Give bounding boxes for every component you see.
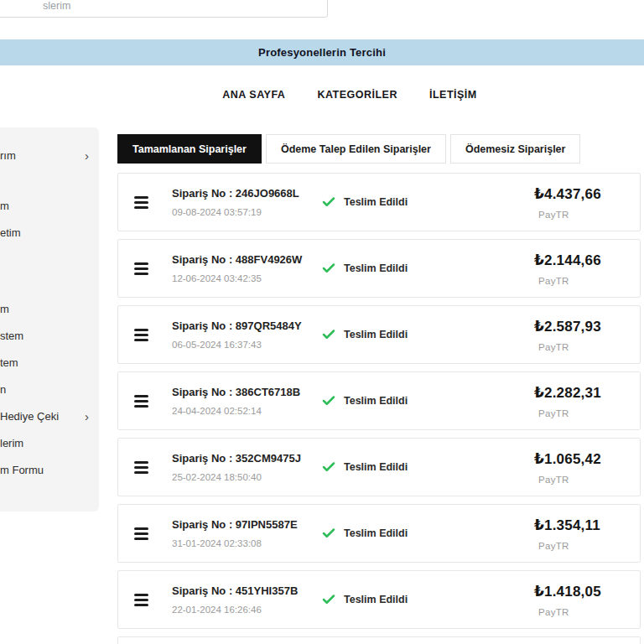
order-date: 06-05-2024 16:37:43 <box>172 340 321 350</box>
order-card[interactable]: Sipariş No : 97IPN5587E 31-01-2024 02:33… <box>117 504 641 563</box>
order-number: Sipariş No : 97IPN5587E <box>172 518 321 531</box>
order-amount: ₺1.418,05 <box>534 583 621 600</box>
nav-link[interactable]: İLETİŞİM <box>429 89 477 101</box>
promo-banner: Profesyonellerin Tercihi <box>0 39 644 65</box>
search-text: slerim <box>0 0 70 12</box>
order-info: Sipariş No : 352CM9475J 25-02-2024 18:50… <box>172 452 321 482</box>
order-number: Sipariş No : 246JO9668L <box>172 187 321 200</box>
order-date: 31-01-2024 02:33:08 <box>172 538 321 548</box>
order-status: Teslim Edildi <box>321 195 408 210</box>
order-card[interactable]: Sipariş No : 488FV4926W 12-06-2024 03:42… <box>117 239 641 298</box>
nav-link[interactable]: KATEGORİLER <box>317 89 397 101</box>
order-menu-icon[interactable] <box>134 329 148 341</box>
sidebar-item[interactable]: tem › <box>0 354 92 371</box>
check-icon <box>321 393 336 408</box>
order-menu-icon[interactable] <box>134 395 148 408</box>
order-status-label: Teslim Edildi <box>344 527 408 539</box>
sidebar-item-label: m <box>0 200 9 212</box>
order-card[interactable]: Sipariş No : 897QR5484Y 06-05-2024 16:37… <box>117 305 641 364</box>
order-date: 25-02-2024 18:50:40 <box>172 472 321 482</box>
order-info: Sipariş No : 246JO9668L 09-08-2024 03:57… <box>172 187 321 217</box>
content-area: rım › m › etim › m › <box>0 124 644 644</box>
order-status: Teslim Edildi <box>321 592 408 607</box>
order-status-label: Teslim Edildi <box>344 196 408 208</box>
check-icon <box>321 460 336 475</box>
sidebar-item[interactable]: m › <box>0 300 92 317</box>
topbar: slerim <box>0 0 644 39</box>
payment-method-label: PayTR <box>534 408 621 418</box>
sidebar-item[interactable]: etim › <box>0 224 92 241</box>
order-filter-tab[interactable]: Tamamlanan Siparişler <box>117 134 262 164</box>
order-status-label: Teslim Edildi <box>344 329 408 340</box>
order-amount: ₺2.587,93 <box>534 318 621 335</box>
order-number: Sipariş No : 897QR5484Y <box>172 319 321 332</box>
order-menu-icon[interactable] <box>134 262 148 275</box>
sidebar-item-label: Hediye Çeki <box>0 410 59 423</box>
search-input[interactable]: slerim <box>0 0 328 18</box>
order-menu-icon[interactable] <box>134 527 148 540</box>
sidebar: rım › m › etim › m › <box>0 127 99 512</box>
order-price-block: ₺1.418,05 PayTR <box>534 583 621 617</box>
sidebar-item-label: m <box>0 303 9 315</box>
check-icon <box>321 261 336 276</box>
sidebar-item[interactable]: m › <box>0 197 92 214</box>
sidebar-item[interactable]: n › <box>0 381 92 397</box>
order-price-block: ₺4.437,66 PayTR <box>534 185 621 220</box>
order-filter-tab[interactable]: Ödemesiz Siparişler <box>450 134 581 164</box>
chevron-right-icon: › <box>85 410 89 423</box>
order-card-partial[interactable] <box>117 636 641 644</box>
payment-method-label: PayTR <box>534 607 621 617</box>
order-number: Sipariş No : 386CT6718B <box>172 386 321 398</box>
order-status: Teslim Edildi <box>321 393 408 408</box>
order-status-label: Teslim Edildi <box>344 395 408 407</box>
order-number: Sipariş No : 451YHI357B <box>172 584 321 597</box>
order-price-block: ₺1.065,42 PayTR <box>534 450 621 485</box>
order-card[interactable]: Sipariş No : 352CM9475J 25-02-2024 18:50… <box>117 438 641 496</box>
order-amount: ₺2.282,31 <box>534 384 621 402</box>
order-status: Teslim Edildi <box>321 261 408 276</box>
order-status-label: Teslim Edildi <box>344 594 408 605</box>
order-date: 22-01-2024 16:26:46 <box>172 605 321 615</box>
sidebar-item-label: n <box>0 383 6 396</box>
sidebar-item[interactable]: stem › <box>0 327 92 344</box>
promo-banner-text: Profesyonellerin Tercihi <box>258 46 386 59</box>
sidebar-item[interactable]: rım › <box>0 147 92 164</box>
order-date: 09-08-2024 03:57:19 <box>172 207 321 217</box>
order-filter-tab[interactable]: Ödeme Talep Edilen Siparişler <box>266 134 446 164</box>
sidebar-item-label: tem <box>0 356 18 369</box>
order-menu-icon[interactable] <box>134 196 148 209</box>
order-menu-icon[interactable] <box>134 594 148 606</box>
order-info: Sipariş No : 897QR5484Y 06-05-2024 16:37… <box>172 319 321 350</box>
check-icon <box>321 526 336 541</box>
sidebar-item[interactable]: Hediye Çeki › <box>0 408 92 424</box>
order-amount: ₺4.437,66 <box>534 185 621 203</box>
payment-method-label: PayTR <box>534 541 621 551</box>
order-status-label: Teslim Edildi <box>344 262 408 274</box>
order-card[interactable]: Sipariş No : 451YHI357B 22-01-2024 16:26… <box>117 570 641 629</box>
order-info: Sipariş No : 488FV4926W 12-06-2024 03:42… <box>172 253 321 283</box>
page: slerim Profesyonellerin Tercihi ANA SAYF… <box>0 0 644 644</box>
sidebar-item-label: m Formu <box>0 464 44 476</box>
order-date: 24-04-2024 02:52:14 <box>172 406 321 416</box>
nav-link[interactable]: ANA SAYFA <box>222 89 285 101</box>
order-price-block: ₺2.144,66 PayTR <box>534 252 621 286</box>
payment-method-label: PayTR <box>534 276 621 286</box>
sidebar-item[interactable]: lerim › <box>0 434 92 451</box>
sidebar-item[interactable]: m Formu › <box>0 461 92 478</box>
order-number: Sipariş No : 488FV4926W <box>172 253 321 266</box>
order-number: Sipariş No : 352CM9475J <box>172 452 321 465</box>
sidebar-item-label: rım <box>0 149 16 162</box>
order-price-block: ₺2.587,93 PayTR <box>534 318 621 352</box>
order-tabs: Tamamlanan Siparişler Ödeme Talep Edilen… <box>117 134 641 164</box>
order-card[interactable]: Sipariş No : 246JO9668L 09-08-2024 03:57… <box>117 173 641 231</box>
order-date: 12-06-2024 03:42:35 <box>172 273 321 283</box>
order-menu-icon[interactable] <box>134 461 148 474</box>
check-icon <box>321 592 336 607</box>
order-price-block: ₺2.282,31 PayTR <box>534 384 621 418</box>
order-price-block: ₺1.354,11 PayTR <box>534 517 621 551</box>
order-card[interactable]: Sipariş No : 386CT6718B 24-04-2024 02:52… <box>117 371 641 430</box>
order-info: Sipariş No : 451YHI357B 22-01-2024 16:26… <box>172 584 321 615</box>
payment-method-label: PayTR <box>534 475 621 485</box>
payment-method-label: PayTR <box>534 210 621 220</box>
payment-method-label: PayTR <box>534 342 621 352</box>
